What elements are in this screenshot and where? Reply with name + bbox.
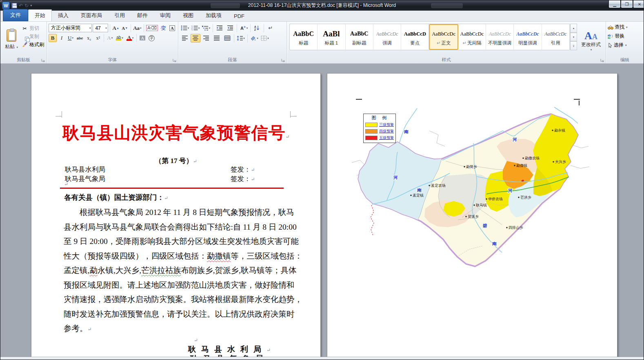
line-spacing-button[interactable]: ▾ [236,34,246,42]
grow-font-button[interactable]: A▲ [112,24,120,32]
select-button[interactable]: 选择▾ [608,42,642,49]
justify-button[interactable] [212,34,222,42]
legend-swatch [365,129,378,134]
align-right-button[interactable] [201,34,211,42]
font-name-combo[interactable]: 方正小标宋简▾ [49,24,92,32]
document-area[interactable]: 耿马县山洪灾害气象预警信号↵ （第 17 号）↵ 耿马县水利局签发：↵耿马县气象… [0,64,644,360]
increase-indent-button[interactable] [225,24,235,32]
show-marks-button[interactable]: ↵ [266,24,275,32]
italic-button[interactable]: I [58,34,66,42]
cut-button[interactable]: ✂ 剪切 [22,25,45,32]
body-paragraph[interactable]: 根据耿马县气象局 2012 年 11 月 8 日短期气象预报情况，耿马县水利局与… [64,205,288,337]
national-border-dashed [371,205,374,235]
gallery-down-button[interactable]: ▼ [570,33,577,42]
strikethrough-button[interactable]: abc [76,34,84,42]
styles-dialog-launcher[interactable] [600,58,604,63]
tab-2[interactable]: 插入 [52,10,75,21]
bold-button[interactable]: B [49,34,57,42]
style-不明显强调[interactable]: AaBbCcDc不明显强调 [486,24,514,50]
place-dot [486,198,487,199]
paragraph-group-label: 段落 [178,57,286,63]
align-left-button[interactable] [180,34,190,42]
gallery-more-button[interactable]: ⊽ [570,41,577,50]
tab-4[interactable]: 引用 [108,10,131,21]
copy-button[interactable]: 复制 [22,33,45,40]
underline-button[interactable]: U▾ [67,34,75,42]
pilcrow-mark: ↵ [194,338,198,344]
place-label: 耿马镇 [476,203,487,207]
river-label: 南 [417,188,422,192]
font-size-combo[interactable]: 47▾ [93,24,108,32]
window-controls: ▁ ❐ ✕ [608,0,644,8]
sort-button[interactable]: AZ [252,24,262,32]
text-effects-button[interactable]: A▾ [106,34,114,42]
clear-formatting-button[interactable]: A⌫ [146,24,158,32]
numbering-button[interactable]: 123▾ [191,24,200,32]
highlight-color-button[interactable]: ab▾ [115,34,124,42]
style-标题[interactable]: AaBbC标题 [290,24,318,50]
character-border-button[interactable]: A [168,24,176,32]
style-引用[interactable]: AaBbCcDc引用 [542,24,570,50]
enclose-characters-button[interactable]: 字 [147,34,156,42]
status-bar-strip[interactable] [0,357,644,360]
tab-6[interactable]: 审阅 [154,10,177,21]
tab-9[interactable]: PDF [228,11,251,21]
gallery-up-button[interactable]: ▲ [570,24,577,33]
clipboard-group-label: 剪贴板 [0,57,47,63]
distribute-button[interactable] [222,34,232,42]
document-page-1[interactable]: 耿马县山洪灾害气象预警信号↵ （第 17 号）↵ 耿马县水利局签发：↵耿马县气象… [31,73,321,360]
style-正文[interactable]: AaBbCcDc↵正文 [429,24,458,50]
asian-layout-button[interactable]: A✻▾ [239,24,249,32]
tab-7[interactable]: 视图 [177,10,200,21]
paragraph-dialog-launcher[interactable] [281,58,285,63]
style-要点[interactable]: AaBbCcD要点 [401,24,429,50]
cut-icon: ✂ [22,26,28,31]
character-shading-button[interactable]: A [138,34,147,42]
multilevel-list-button[interactable]: ▾ [201,24,211,32]
change-styles-button[interactable]: AA 更改样式 ▾ [578,23,604,57]
shading-button[interactable]: ▾ [249,34,259,42]
bullets-button[interactable]: ▾ [180,24,190,32]
font-group-label: 字体 [47,57,178,63]
minimize-button[interactable]: ▁ [608,0,621,8]
document-page-2[interactable]: 图 例 三级预警四级预警五级预警 [327,73,617,360]
tab-1[interactable]: 开始 [28,9,52,21]
superscript-button[interactable]: x² [94,34,102,42]
format-painter-button[interactable]: 格式刷 [22,41,45,48]
river-label: 河 [393,175,398,180]
place-label: 勐撒镇 [516,163,527,168]
place-dot [518,197,519,198]
font-color-button[interactable]: A▾ [125,34,135,42]
paste-button[interactable]: 粘贴 ▾ [2,23,21,55]
map-legend: 图 例 三级预警四级预警五级预警 [363,114,396,143]
style-副标题[interactable]: AaBbC副标题 [346,24,373,50]
close-button[interactable]: ✕ [633,0,644,8]
tab-3[interactable]: 页面布局 [75,10,108,21]
replace-button[interactable]: abac 替换 [608,33,642,40]
style-明显强调[interactable]: AaBbCcDc明显强调 [514,24,542,50]
borders-button[interactable]: ▾ [260,34,270,42]
shrink-font-button[interactable]: A▼ [121,24,129,32]
change-case-button[interactable]: Aa▾ [133,24,142,32]
svg-text:3: 3 [191,29,193,31]
legend-entries: 三级预警四级预警五级预警 [364,122,395,141]
align-center-button[interactable] [191,34,200,42]
clipboard-dialog-launcher[interactable] [41,58,45,63]
title-bar: W ↶ ↻ ▾ 2012-11-08 16-17山洪灾害预警文档.doc [兼容… [0,0,644,11]
place-label: 勐永镇 [554,128,565,132]
group-editing: 查找▾ abac 替换 选择▾ 编辑 [606,22,644,63]
decrease-indent-button[interactable] [215,24,224,32]
tab-5[interactable]: 邮件 [131,10,154,21]
find-button[interactable]: 查找▾ [608,24,642,31]
phonetic-guide-button[interactable]: 变 [159,24,167,32]
svg-text:A: A [240,26,244,31]
style-无间隔[interactable]: AaBbCcDc↵无间隔 [458,24,486,50]
tab-8[interactable]: 加载项 [200,10,228,21]
legend-title: 图 例 [364,115,395,121]
tab-0[interactable]: 文件 [3,9,28,21]
style-标题 1[interactable]: AaBl标题 1 [318,24,345,50]
font-dialog-launcher[interactable] [173,58,177,63]
restore-button[interactable]: ❐ [621,0,633,8]
subscript-button[interactable]: x₂ [85,34,93,42]
style-强调[interactable]: AaBbCcDc强调 [373,24,401,50]
